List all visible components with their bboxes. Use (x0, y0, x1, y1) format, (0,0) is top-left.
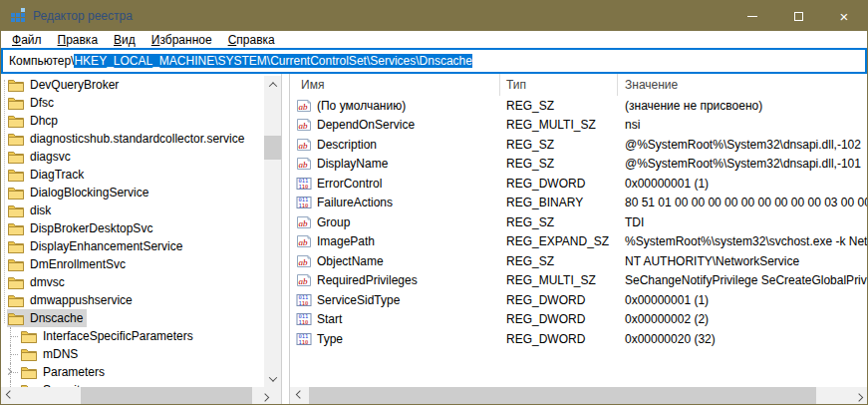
folder-icon (8, 312, 24, 325)
value-row-Start[interactable]: 011110StartREG_DWORD0x00000002 (2) (290, 310, 867, 330)
tree-item-DisplayEnhancementService[interactable]: DisplayEnhancementService (1, 237, 263, 255)
close-button[interactable]: × (821, 1, 867, 31)
tree-item-Parameters[interactable]: Parameters (1, 363, 263, 381)
titlebar[interactable]: Редактор реестра × (1, 1, 867, 31)
menu-item-файл[interactable]: Файл (4, 33, 50, 47)
scroll-down-button[interactable] (264, 370, 281, 387)
value-type: REG_SZ (500, 99, 618, 113)
minimize-button[interactable] (729, 1, 775, 31)
tree-item-diagsvc[interactable]: diagsvc (1, 148, 263, 166)
svg-text:ab: ab (299, 101, 309, 111)
folder-icon (8, 79, 24, 92)
column-header-type[interactable]: Тип (500, 74, 618, 96)
tree-item-diagnosticshub.standardcollector.service[interactable]: diagnosticshub.standardcollector.service (1, 130, 263, 148)
value-row-Group[interactable]: abGroupREG_SZTDI (290, 212, 867, 232)
tree-node: dmwappushservice (7, 291, 137, 309)
value-name: ErrorControl (317, 177, 382, 191)
value-name: Start (317, 312, 342, 326)
tree-hscroll-thumb[interactable] (81, 387, 252, 404)
scroll-right-button[interactable] (850, 387, 867, 404)
values-horizontal-scrollbar[interactable] (290, 387, 867, 404)
tree-item-Dnscache[interactable]: Dnscache (1, 309, 263, 327)
value-name: DisplayName (317, 157, 388, 171)
tree-item-DispBrokerDesktopSvc[interactable]: DispBrokerDesktopSvc (1, 219, 263, 237)
value-data: NT AUTHORITY\NetworkService (618, 254, 867, 268)
tree-item-disk[interactable]: disk (1, 202, 263, 219)
column-header-name[interactable]: Имя (290, 74, 500, 96)
value-row-Type[interactable]: 011110TypeREG_DWORD0x00000020 (32) (290, 329, 867, 349)
tree-item-label: disk (30, 203, 51, 217)
tree-item-label: Dhcp (30, 114, 58, 128)
column-header-value[interactable]: Значение (618, 74, 867, 96)
tree-item-DmEnrollmentSvc[interactable]: DmEnrollmentSvc (1, 255, 263, 273)
tree-node: dmvsc (7, 273, 69, 291)
value-type: REG_DWORD (500, 293, 618, 307)
tree-node: Dnscache (7, 309, 87, 327)
scroll-up-button[interactable] (264, 76, 281, 93)
value-row-DependOnService[interactable]: abDependOnServiceREG_MULTI_SZnsi (290, 116, 867, 136)
tree-vertical-scrollbar[interactable] (264, 76, 281, 387)
value-row-Description[interactable]: abDescriptionREG_SZ@%SystemRoot%\System3… (290, 135, 867, 155)
string-value-icon: ab (296, 139, 312, 151)
tree-item-mDNS[interactable]: mDNS (1, 345, 263, 363)
value-name: FailureActions (317, 196, 393, 209)
string-value-icon: ab (296, 100, 312, 112)
menu-item-accel: С (228, 33, 237, 47)
tree-item-InterfaceSpecificParameters[interactable]: InterfaceSpecificParameters (1, 327, 263, 345)
value-type: REG_SZ (500, 215, 618, 229)
tree-item-DevQueryBroker[interactable]: DevQueryBroker (1, 76, 263, 94)
scroll-right-button[interactable] (256, 387, 273, 404)
string-value-icon: ab (296, 158, 312, 170)
tree-vscroll-thumb[interactable] (264, 136, 281, 160)
menu-item-вид[interactable]: Вид (106, 33, 144, 47)
value-row-ErrorControl[interactable]: 011110ErrorControlREG_DWORD0x00000001 (1… (290, 174, 867, 194)
tree-item-label: DmEnrollmentSvc (30, 257, 126, 271)
value-name-cell: 011110FailureActions (290, 196, 500, 209)
tree-item-Dfsc[interactable]: Dfsc (1, 94, 263, 112)
value-row-RequiredPrivileges[interactable]: abRequiredPrivilegesREG_MULTI_SZSeChange… (290, 271, 867, 291)
maximize-button[interactable] (775, 1, 821, 31)
folder-icon (21, 330, 37, 343)
minimize-icon (747, 16, 757, 17)
value-row-ObjectName[interactable]: abObjectNameREG_SZNT AUTHORITY\NetworkSe… (290, 251, 867, 271)
value-row-DisplayName[interactable]: abDisplayNameREG_SZ@%SystemRoot%\System3… (290, 155, 867, 175)
scroll-left-button[interactable] (1, 387, 18, 404)
values-header: ИмяТипЗначение (290, 74, 867, 96)
value-row-ServiceSidType[interactable]: 011110ServiceSidTypeREG_DWORD0x00000001 … (290, 290, 867, 310)
value-name: Type (317, 332, 343, 346)
tree-item-dmwappushservice[interactable]: dmwappushservice (1, 291, 263, 309)
tree-item-DiagTrack[interactable]: DiagTrack (1, 166, 263, 184)
value-name: ObjectName (317, 254, 384, 268)
tree-item-dmvsc[interactable]: dmvsc (1, 273, 263, 291)
tree-horizontal-scrollbar[interactable] (1, 387, 281, 404)
menu-item-label: айл (21, 33, 41, 47)
value-data: nsi (618, 118, 867, 132)
value-name-cell: 011110Start (290, 312, 500, 326)
tree-item-label: DevQueryBroker (30, 78, 119, 92)
menu-item-label: правка (236, 33, 274, 47)
window-controls: × (729, 1, 867, 31)
values-list: ab(По умолчанию)REG_SZ(значение не присв… (290, 96, 867, 387)
tree-node: InterfaceSpecificParameters (20, 327, 197, 345)
chevron-right-icon[interactable] (5, 368, 12, 375)
menu-item-правка[interactable]: Правка (50, 33, 107, 47)
tree-item-DialogBlockingService[interactable]: DialogBlockingService (1, 184, 263, 202)
binary-value-icon: 011110 (296, 294, 312, 306)
value-row-ImagePath[interactable]: abImagePathREG_EXPAND_SZ%SystemRoot%\sys… (290, 232, 867, 252)
folder-icon (8, 276, 24, 289)
menu-item-избранное[interactable]: Избранное (144, 33, 220, 47)
tree-node: DmEnrollmentSvc (7, 255, 130, 273)
address-bar[interactable]: Компьютер\HKEY_LOCAL_MACHINE\SYSTEM\Curr… (1, 48, 867, 74)
value-name-cell: abObjectName (290, 254, 500, 268)
menu-item-справка[interactable]: Справка (220, 33, 283, 47)
value-row-(По-умолчанию)[interactable]: ab(По умолчанию)REG_SZ(значение не присв… (290, 96, 867, 116)
scroll-left-button[interactable] (291, 387, 308, 404)
svg-text:ab: ab (299, 217, 309, 227)
tree-node: Dhcp (7, 112, 62, 130)
value-row-FailureActions[interactable]: 011110FailureActionsREG_BINARY80 51 01 0… (290, 194, 867, 213)
tree-node: mDNS (20, 345, 82, 363)
value-type: REG_MULTI_SZ (500, 118, 618, 132)
values-hscroll-thumb[interactable] (309, 387, 816, 404)
value-name-cell: 011110ErrorControl (290, 177, 500, 191)
tree-item-Dhcp[interactable]: Dhcp (1, 112, 263, 130)
